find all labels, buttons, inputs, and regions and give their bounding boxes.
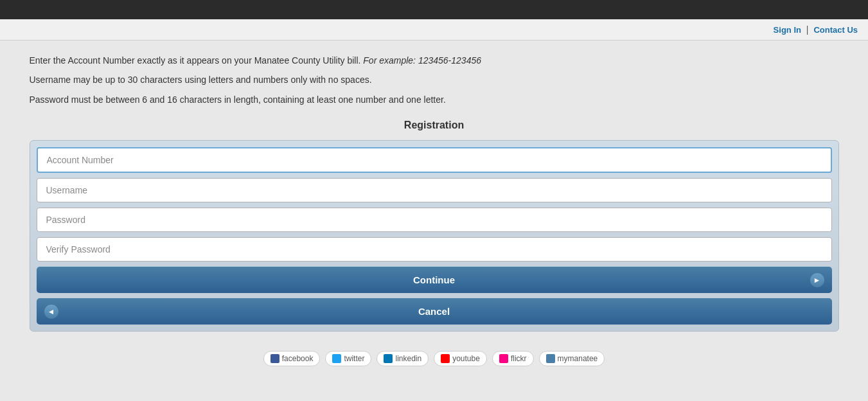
header-nav: Sign In | Contact Us xyxy=(0,19,868,40)
social-link-mymanatee[interactable]: mymanatee xyxy=(539,351,605,366)
social-label-linkedin: linkedin xyxy=(395,354,421,363)
signin-link[interactable]: Sign In xyxy=(774,25,801,35)
social-label-mymanatee: mymanatee xyxy=(558,354,598,363)
footer: facebook twitter linkedin youtube flickr… xyxy=(30,351,839,373)
social-link-flickr[interactable]: flickr xyxy=(492,351,534,366)
account-number-input[interactable] xyxy=(37,147,832,173)
social-link-twitter[interactable]: twitter xyxy=(325,351,371,366)
cancel-button[interactable]: ◄ Cancel xyxy=(37,298,832,325)
social-label-youtube: youtube xyxy=(452,354,480,363)
instruction-example: For example: 123456-123456 xyxy=(363,55,481,66)
social-link-facebook[interactable]: facebook xyxy=(263,351,321,366)
facebook-icon xyxy=(270,354,279,363)
password-input[interactable] xyxy=(37,208,832,232)
linkedin-icon xyxy=(384,354,393,363)
continue-button[interactable]: Continue ► xyxy=(37,267,832,293)
flickr-icon xyxy=(499,354,508,363)
instruction-line2: Username may be up to 30 characters usin… xyxy=(30,73,839,87)
instruction-line3: Password must be between 6 and 16 charac… xyxy=(30,93,839,107)
form-container: Continue ► ◄ Cancel xyxy=(30,140,839,332)
registration-title: Registration xyxy=(30,120,839,131)
social-link-youtube[interactable]: youtube xyxy=(434,351,487,366)
top-bar xyxy=(0,0,868,19)
social-link-linkedin[interactable]: linkedin xyxy=(376,351,429,366)
main-content: Enter the Account Number exactly as it a… xyxy=(10,40,858,392)
instruction-line1: Enter the Account Number exactly as it a… xyxy=(30,53,839,67)
social-label-twitter: twitter xyxy=(344,354,364,363)
social-links-container: facebook twitter linkedin youtube flickr… xyxy=(30,351,839,366)
social-label-flickr: flickr xyxy=(511,354,527,363)
cancel-arrow-icon: ◄ xyxy=(44,305,58,319)
contact-link[interactable]: Contact Us xyxy=(813,25,858,35)
social-label-facebook: facebook xyxy=(282,354,314,363)
verify-password-input[interactable] xyxy=(37,237,832,262)
nav-separator: | xyxy=(806,24,809,35)
username-input[interactable] xyxy=(37,178,832,202)
youtube-icon xyxy=(441,354,450,363)
continue-arrow-icon: ► xyxy=(810,273,824,287)
instructions-block: Enter the Account Number exactly as it a… xyxy=(30,53,839,107)
mymanatee-icon xyxy=(546,354,555,363)
twitter-icon xyxy=(332,354,341,363)
